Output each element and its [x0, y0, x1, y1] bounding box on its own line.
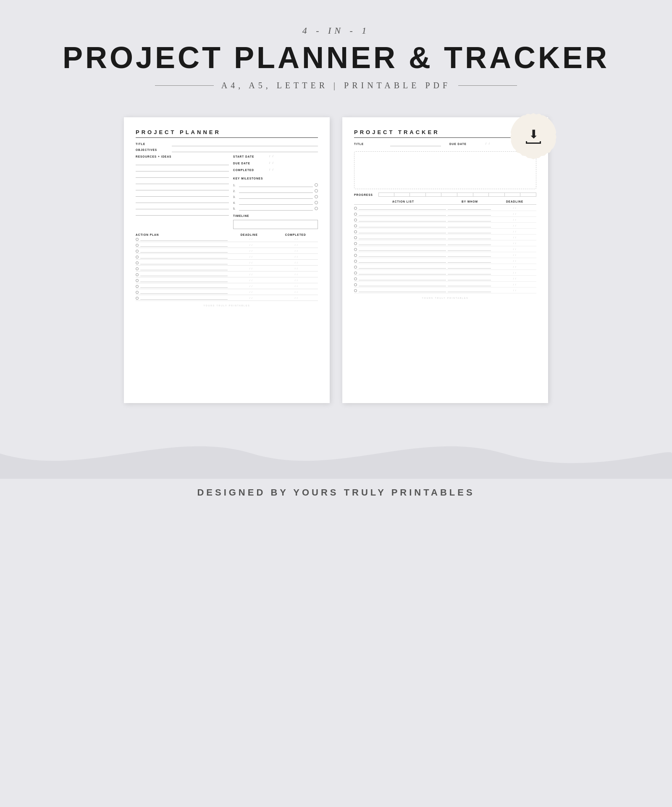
objectives-field-row: OBJECTIVES	[136, 148, 318, 152]
pages-container: ⬇ PROJECT PLANNER TITLE OBJECTIVES RESOU…	[99, 109, 573, 420]
tracker-title-field: TITLE	[354, 142, 441, 148]
milestone-num-2: 2.	[233, 190, 237, 193]
prog-seg-9	[505, 193, 521, 196]
action-circle	[136, 250, 139, 253]
action-line	[140, 285, 228, 288]
tracker-action-line	[359, 230, 446, 233]
tracker-deadline-col: / /	[493, 283, 536, 286]
due-date-row: DUE DATE / /	[233, 161, 318, 166]
completed-col: / /	[274, 297, 318, 299]
completed-col: / /	[274, 291, 318, 293]
tracker-action-line	[359, 283, 446, 286]
tracker-action-line	[359, 248, 446, 251]
tracker-row: / /	[354, 277, 536, 282]
milestone-circle-1	[315, 183, 318, 187]
planner-brand: YOURS TRULY PRINTABLES	[136, 304, 318, 307]
deadline-col: / /	[229, 238, 273, 240]
deadline-col: / /	[229, 244, 273, 246]
tracker-deadline-col: / /	[493, 277, 536, 280]
tracker-whom-line	[448, 248, 491, 251]
resource-line-6	[136, 193, 229, 197]
tracker-image-box	[354, 151, 536, 189]
header: 4 - IN - 1 PROJECT PLANNER & TRACKER A4,…	[0, 0, 672, 109]
tracker-whom-line	[448, 224, 491, 227]
milestone-circle-3	[315, 195, 318, 198]
tracker-row: / /	[354, 218, 536, 223]
right-col: START DATE / / DUE DATE / / COMPLETED / …	[233, 155, 318, 229]
completed-date-slots: / /	[269, 168, 273, 171]
tracker-whom-line	[448, 277, 491, 280]
tracker-deadline-col: / /	[493, 213, 536, 215]
tracker-row: / /	[354, 242, 536, 246]
action-row: / // /	[136, 267, 318, 272]
tracker-circle	[354, 236, 357, 239]
due-date-slots: / /	[269, 161, 273, 164]
tracker-circle	[354, 277, 357, 280]
tracker-row: / /	[354, 230, 536, 235]
prog-seg-5	[442, 193, 457, 196]
action-circle	[136, 261, 139, 264]
action-line	[140, 279, 228, 282]
start-date-row: START DATE / /	[233, 155, 318, 159]
deadline-col: / /	[229, 267, 273, 270]
tracker-table-header: ACTION LIST BY WHOM DEADLINE	[354, 200, 536, 205]
timeline-section: TIMELINE	[233, 214, 318, 229]
action-line	[140, 273, 228, 276]
tracker-circle	[354, 289, 357, 292]
completed-col: / /	[274, 244, 318, 246]
milestone-line-3	[239, 195, 313, 199]
planner-page: PROJECT PLANNER TITLE OBJECTIVES RESOURC…	[124, 117, 330, 403]
deadline-col: / /	[229, 250, 273, 252]
tracker-row: / /	[354, 206, 536, 211]
tracker-circle	[354, 207, 357, 210]
tracker-action-line	[359, 259, 446, 263]
tracker-row: / /	[354, 248, 536, 252]
tracker-title-row: TITLE	[354, 142, 441, 146]
resource-line-9	[136, 211, 229, 216]
tracker-deadline-col: / /	[493, 260, 536, 262]
milestone-num-1: 1.	[233, 184, 237, 187]
deadline-col: / /	[229, 297, 273, 299]
action-line	[140, 249, 228, 253]
header-spacer	[354, 200, 358, 203]
tracker-whom-line	[448, 289, 491, 292]
tracker-whom-line	[448, 212, 491, 216]
tracker-circle	[354, 242, 357, 245]
prog-seg-2	[395, 193, 410, 196]
tracker-action-line	[359, 212, 446, 216]
action-row: / // /	[136, 279, 318, 283]
tracker-action-line	[359, 218, 446, 222]
milestone-4: 4.	[233, 200, 318, 205]
tracker-due-slots: / /	[486, 142, 490, 145]
subtitle-top: 4 - IN - 1	[0, 25, 672, 36]
milestone-3: 3.	[233, 195, 318, 199]
tracker-action-line	[359, 206, 446, 210]
title-field-row: TITLE	[136, 142, 318, 146]
tracker-deadline-col: / /	[493, 289, 536, 292]
download-badge[interactable]: ⬇	[510, 113, 556, 159]
deadline-label: DEADLINE	[506, 200, 523, 203]
deadline-col: / /	[229, 256, 273, 258]
milestone-num-3: 3.	[233, 195, 237, 198]
tracker-row: / /	[354, 265, 536, 270]
tracker-circle	[354, 272, 357, 274]
milestone-1: 1.	[233, 183, 318, 187]
prog-seg-7	[474, 193, 489, 196]
tracker-row: / /	[354, 224, 536, 229]
action-row: / // /	[136, 243, 318, 248]
completed-col: / /	[274, 261, 318, 264]
tracker-deadline-col: / /	[493, 272, 536, 274]
resource-line-3	[136, 174, 229, 178]
divider: A4, A5, LETTER | PRINTABLE PDF	[0, 81, 672, 90]
tracker-circle	[354, 248, 357, 251]
tracker-deadline-col: / /	[493, 219, 536, 221]
tracker-circle	[354, 283, 357, 286]
download-tray-icon	[526, 141, 541, 144]
action-line	[140, 290, 228, 294]
action-plan-section: ACTION PLAN DEADLINE COMPLETED / // / / …	[136, 233, 318, 301]
th-whom: BY WHOM	[448, 200, 491, 203]
tracker-deadline-col: / /	[493, 242, 536, 245]
title-line	[172, 142, 318, 146]
tracker-action-line	[359, 277, 446, 280]
tracker-whom-line	[448, 253, 491, 257]
